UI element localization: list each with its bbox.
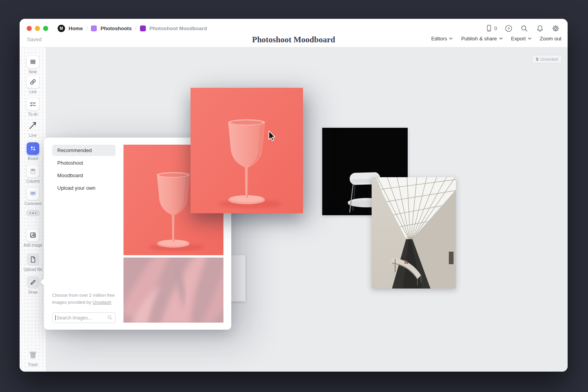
- settings-button[interactable]: [552, 24, 560, 33]
- editors-dropdown[interactable]: Editors: [431, 36, 453, 42]
- avatar: [414, 34, 423, 43]
- more-icon: [26, 210, 40, 216]
- search-images-input[interactable]: [52, 312, 116, 323]
- tool-note[interactable]: Note: [20, 56, 46, 74]
- export-label: Export: [511, 36, 526, 42]
- tool-draw-label: Draw: [28, 290, 37, 294]
- tool-add-image[interactable]: Add image: [20, 229, 46, 247]
- zoom-out-label: Zoom out: [540, 36, 561, 42]
- tools-sidebar: Note Link To-do Li: [20, 47, 46, 372]
- chevron-down-icon: [528, 37, 532, 40]
- architecture-photo: [372, 177, 456, 289]
- trash-icon: [27, 349, 39, 361]
- mobile-devices-button[interactable]: 0: [485, 24, 497, 32]
- breadcrumb-separator: /: [86, 25, 87, 31]
- export-dropdown[interactable]: Export: [511, 36, 532, 42]
- device-count: 0: [494, 25, 497, 31]
- tool-comment[interactable]: Comment: [20, 187, 46, 206]
- dragged-image-goblet[interactable]: [191, 88, 303, 213]
- image-search: [52, 312, 116, 323]
- bell-icon: [536, 24, 544, 33]
- zoom-out-button[interactable]: Zoom out: [540, 36, 561, 42]
- upload-file-icon: [29, 256, 37, 263]
- tool-column[interactable]: Column: [20, 165, 46, 183]
- breadcrumb: M Home / Photoshoots / Photoshoot Moodbo…: [58, 25, 207, 32]
- note-icon: [29, 58, 37, 66]
- app-body: Note Link To-do Li: [20, 47, 568, 372]
- info-line-1: Choose from over 2 million free: [52, 293, 115, 298]
- board-swatch-photoshoots-icon: [91, 25, 97, 31]
- svg-text:?: ?: [508, 26, 510, 31]
- board-swatch-moodboard-icon: [140, 25, 146, 31]
- board-icon: [29, 145, 37, 152]
- fabric-thumbnail: [123, 258, 223, 323]
- menu-item-photoshoot[interactable]: Photoshoot: [52, 157, 116, 169]
- tool-add-image-label: Add image: [24, 243, 42, 247]
- tool-line-label: Line: [29, 133, 37, 138]
- unsplash-info-text: Choose from over 2 million free images p…: [52, 292, 119, 306]
- more-tools-button[interactable]: [20, 210, 46, 216]
- window-close-button[interactable]: [27, 26, 32, 31]
- menu-item-recommended[interactable]: Recommended: [52, 145, 116, 156]
- tool-line[interactable]: Line: [20, 119, 46, 138]
- link-icon: [29, 78, 37, 86]
- menu-item-upload-your-own[interactable]: Upload your own: [52, 182, 116, 194]
- tool-draw[interactable]: Draw: [20, 276, 46, 294]
- editor-avatars[interactable]: [402, 34, 423, 43]
- notifications-button[interactable]: [536, 24, 544, 33]
- tool-upload-file-label: Upload file: [24, 267, 42, 272]
- line-icon: [28, 120, 38, 131]
- gear-icon: [552, 24, 560, 33]
- column-icon: [29, 167, 37, 175]
- tool-trash[interactable]: Trash: [20, 348, 46, 367]
- tool-link-label: Link: [29, 90, 36, 94]
- popover-menu: Recommended Photoshoot Moodboard Upload …: [52, 145, 116, 195]
- unsplash-link[interactable]: Unsplash: [93, 300, 111, 305]
- chevron-down-icon: [499, 37, 503, 40]
- help-button[interactable]: ?: [505, 24, 513, 33]
- logo-letter: M: [60, 26, 63, 31]
- search-icon: [520, 24, 528, 33]
- unsorted-label: Unsorted: [540, 57, 558, 62]
- add-image-icon: [29, 231, 37, 239]
- mobile-icon: [485, 24, 493, 32]
- tool-board[interactable]: Board: [20, 142, 46, 161]
- window-controls: [27, 26, 48, 31]
- breadcrumb-photoshoots[interactable]: Photoshoots: [100, 25, 131, 31]
- breadcrumb-current: Photoshoot Moodboard: [149, 25, 207, 31]
- tool-comment-label: Comment: [24, 201, 41, 206]
- image-result-fabric[interactable]: [123, 258, 223, 323]
- tool-board-label: Board: [28, 156, 38, 161]
- desktop-background: M Home / Photoshoots / Photoshoot Moodbo…: [0, 0, 588, 392]
- app-logo-icon[interactable]: M: [58, 25, 65, 32]
- publish-share-dropdown[interactable]: Publish & share: [461, 36, 503, 42]
- help-icon: ?: [505, 24, 513, 33]
- menu-item-moodboard[interactable]: Moodboard: [52, 170, 116, 181]
- search-icon: [107, 315, 113, 320]
- editors-label: Editors: [431, 36, 447, 42]
- draw-icon: [29, 278, 37, 286]
- tool-todo-label: To-do: [28, 112, 38, 116]
- breadcrumb-separator: /: [135, 25, 136, 31]
- mouse-cursor: [267, 130, 277, 143]
- text-caret: [55, 315, 56, 320]
- search-button[interactable]: [520, 24, 528, 33]
- tool-note-label: Note: [29, 70, 37, 74]
- tool-upload-file[interactable]: Upload file: [20, 253, 46, 272]
- chevron-down-icon: [449, 37, 453, 40]
- window-zoom-button[interactable]: [43, 26, 48, 31]
- unsorted-badge[interactable]: 0 Unsorted: [532, 55, 562, 64]
- window-minimize-button[interactable]: [35, 26, 40, 31]
- comment-icon: [29, 190, 37, 198]
- tool-trash-label: Trash: [28, 363, 38, 367]
- image-architecture[interactable]: [372, 177, 456, 289]
- breadcrumb-home[interactable]: Home: [69, 25, 83, 31]
- publish-share-label: Publish & share: [461, 36, 497, 42]
- app-window: M Home / Photoshoots / Photoshoot Moodbo…: [20, 19, 568, 372]
- todo-icon: [29, 100, 37, 108]
- tool-link[interactable]: Link: [20, 76, 46, 94]
- tool-todo[interactable]: To-do: [20, 98, 46, 116]
- info-line-2: images provided by: [52, 300, 91, 305]
- tool-column-label: Column: [26, 179, 40, 183]
- goblet-photo: [191, 88, 303, 213]
